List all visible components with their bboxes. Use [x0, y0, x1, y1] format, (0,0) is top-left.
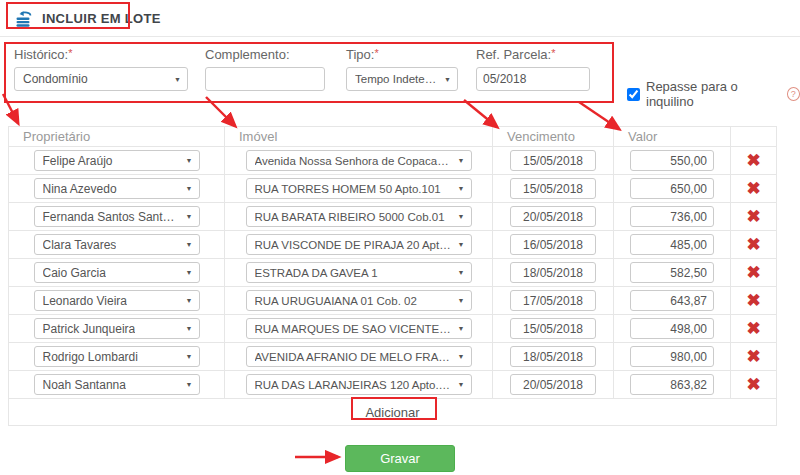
imovel-select[interactable]: ESTRADA DA GAVEA 1▼ — [246, 262, 472, 283]
table-row: Leonardo Vieira▼ RUA URUGUAIANA 01 Cob. … — [9, 287, 777, 315]
proprietario-select[interactable]: Noah Santanna▼ — [34, 374, 200, 395]
table-row: Clara Tavares▼ RUA VISCONDE DE PIRAJA 20… — [9, 231, 777, 259]
table-row: Patrick Junqueira▼ RUA MARQUES DE SAO VI… — [9, 315, 777, 343]
chevron-down-icon: ▼ — [458, 157, 465, 164]
required-marker: * — [374, 47, 378, 59]
proprietario-select[interactable]: Clara Tavares▼ — [34, 234, 200, 255]
valor-input[interactable] — [630, 178, 714, 199]
chevron-down-icon: ▼ — [458, 185, 465, 192]
tipo-field: Tipo:* Tempo Indeterminado ▼ — [346, 47, 458, 91]
page-title: INCLUIR EM LOTE — [42, 11, 161, 26]
chevron-down-icon: ▼ — [458, 297, 465, 304]
delete-row-icon[interactable]: ✖ — [746, 207, 760, 226]
adicionar-button[interactable]: Adicionar — [365, 405, 419, 420]
delete-row-icon[interactable]: ✖ — [746, 347, 760, 366]
imovel-select[interactable]: RUA DAS LARANJEIRAS 120 Apto.201▼ — [246, 374, 472, 395]
imovel-select[interactable]: Avenida Nossa Senhora de Copacabana 10 C… — [246, 150, 472, 171]
ref-parcela-input[interactable] — [476, 67, 590, 91]
repasse-group: Repasse para o inquilino ? — [627, 79, 800, 109]
col-imovel: Imóvel — [225, 127, 493, 147]
chevron-down-icon: ▼ — [186, 297, 193, 304]
proprietario-select[interactable]: Fernanda Santos Santanna▼ — [34, 206, 200, 227]
delete-row-icon[interactable]: ✖ — [746, 179, 760, 198]
table-row: Rodrigo Lombardi▼ AVENIDA AFRANIO DE MEL… — [9, 343, 777, 371]
delete-row-icon[interactable]: ✖ — [746, 263, 760, 282]
table-row: Caio Garcia▼ ESTRADA DA GAVEA 1▼ ✖ — [9, 259, 777, 287]
vencimento-input[interactable] — [510, 234, 596, 255]
vencimento-input[interactable] — [510, 290, 596, 311]
repasse-label: Repasse para o inquilino — [646, 79, 781, 109]
table-row: Fernanda Santos Santanna▼ RUA BARATA RIB… — [9, 203, 777, 231]
historico-select[interactable]: Condomínio ▼ — [14, 67, 188, 91]
valor-input[interactable] — [630, 318, 714, 339]
chevron-down-icon: ▼ — [174, 76, 181, 83]
complemento-label: Complemento: — [205, 47, 325, 62]
help-icon[interactable]: ? — [787, 87, 800, 101]
delete-row-icon[interactable]: ✖ — [746, 235, 760, 254]
vencimento-input[interactable] — [510, 346, 596, 367]
imovel-select[interactable]: RUA MARQUES DE SAO VICENTE 90 Cob. 02▼ — [246, 318, 472, 339]
vencimento-input[interactable] — [510, 150, 596, 171]
imovel-select[interactable]: RUA BARATA RIBEIRO 5000 Cob.01▼ — [246, 206, 472, 227]
historico-label: Histórico:* — [14, 47, 188, 62]
chevron-down-icon: ▼ — [186, 185, 193, 192]
proprietario-select[interactable]: Patrick Junqueira▼ — [34, 318, 200, 339]
chevron-down-icon: ▼ — [186, 213, 193, 220]
delete-row-icon[interactable]: ✖ — [746, 151, 760, 170]
ref-parcela-label: Ref. Parcela:* — [476, 47, 590, 62]
batch-form: Histórico:* Condomínio ▼ Complemento: Ti… — [0, 41, 800, 107]
required-marker: * — [68, 47, 72, 59]
valor-input[interactable] — [630, 290, 714, 311]
imovel-select[interactable]: AVENIDA AFRANIO DE MELO FRANCO 199▼ — [246, 346, 472, 367]
chevron-down-icon: ▼ — [458, 269, 465, 276]
chevron-down-icon: ▼ — [186, 353, 193, 360]
chevron-down-icon: ▼ — [458, 381, 465, 388]
table-row: Felipe Araújo▼ Avenida Nossa Senhora de … — [9, 147, 777, 175]
repasse-checkbox[interactable] — [627, 88, 640, 101]
proprietario-select[interactable]: Felipe Araújo▼ — [34, 150, 200, 171]
chevron-down-icon: ▼ — [186, 241, 193, 248]
tipo-label: Tipo:* — [346, 47, 458, 62]
chevron-down-icon: ▼ — [458, 325, 465, 332]
complemento-input[interactable] — [205, 67, 325, 91]
delete-row-icon[interactable]: ✖ — [746, 291, 760, 310]
chevron-down-icon: ▼ — [186, 381, 193, 388]
valor-input[interactable] — [630, 374, 714, 395]
page-header: INCLUIR EM LOTE — [0, 0, 800, 37]
valor-input[interactable] — [630, 150, 714, 171]
chevron-down-icon: ▼ — [444, 76, 451, 83]
imovel-select[interactable]: RUA VISCONDE DE PIRAJA 20 Apto.101▼ — [246, 234, 472, 255]
complemento-field: Complemento: — [205, 47, 325, 91]
add-row: Adicionar — [9, 399, 777, 426]
tipo-select[interactable]: Tempo Indeterminado ▼ — [346, 67, 458, 91]
chevron-down-icon: ▼ — [186, 325, 193, 332]
proprietario-select[interactable]: Nina Azevedo▼ — [34, 178, 200, 199]
delete-row-icon[interactable]: ✖ — [746, 375, 760, 394]
valor-input[interactable] — [630, 262, 714, 283]
historico-field: Histórico:* Condomínio ▼ — [14, 47, 188, 91]
valor-input[interactable] — [630, 346, 714, 367]
proprietario-select[interactable]: Leonardo Vieira▼ — [34, 290, 200, 311]
col-vencimento: Vencimento — [493, 127, 614, 147]
chevron-down-icon: ▼ — [458, 353, 465, 360]
col-actions — [731, 127, 777, 147]
ref-parcela-field: Ref. Parcela:* — [476, 47, 590, 91]
vencimento-input[interactable] — [510, 318, 596, 339]
chevron-down-icon: ▼ — [186, 157, 193, 164]
vencimento-input[interactable] — [510, 374, 596, 395]
required-marker: * — [551, 47, 555, 59]
imovel-select[interactable]: RUA TORRES HOMEM 50 Apto.101▼ — [246, 178, 472, 199]
vencimento-input[interactable] — [510, 262, 596, 283]
valor-input[interactable] — [630, 206, 714, 227]
vencimento-input[interactable] — [510, 206, 596, 227]
gravar-button[interactable]: Gravar — [345, 445, 455, 472]
batch-table: Proprietário Imóvel Vencimento Valor Fel… — [8, 126, 777, 426]
delete-row-icon[interactable]: ✖ — [746, 319, 760, 338]
vencimento-input[interactable] — [510, 178, 596, 199]
imovel-select[interactable]: RUA URUGUAIANA 01 Cob. 02▼ — [246, 290, 472, 311]
proprietario-select[interactable]: Caio Garcia▼ — [34, 262, 200, 283]
proprietario-select[interactable]: Rodrigo Lombardi▼ — [34, 346, 200, 367]
col-proprietario: Proprietário — [9, 127, 225, 147]
valor-input[interactable] — [630, 234, 714, 255]
chevron-down-icon: ▼ — [458, 241, 465, 248]
